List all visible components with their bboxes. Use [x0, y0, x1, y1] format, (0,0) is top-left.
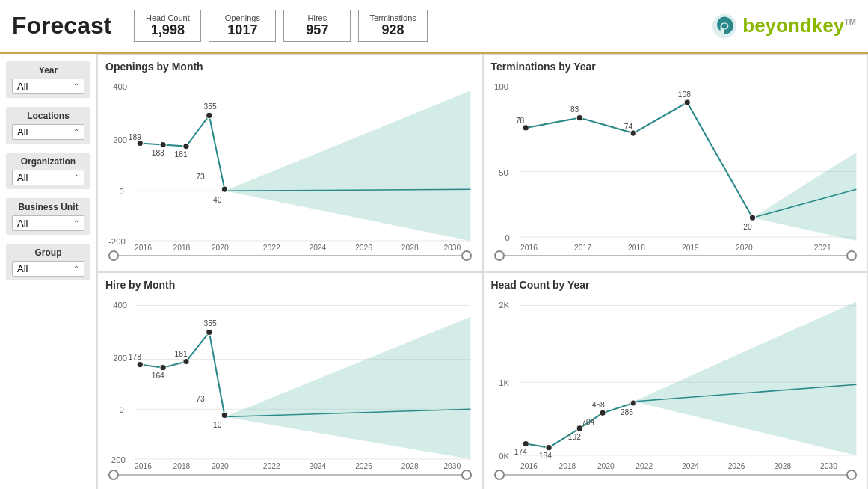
chart-openings-slider[interactable]	[105, 255, 475, 256]
charts-area: Openings by Month 400 200 0 -200 2016 20…	[97, 54, 868, 489]
svg-text:2028: 2028	[401, 463, 419, 471]
svg-text:73: 73	[196, 395, 205, 403]
logo: beyondkeyTM	[711, 13, 856, 40]
app-container: Forecast Head Count1,998Openings1017Hire…	[0, 0, 868, 489]
filter-value: All	[17, 172, 28, 183]
svg-text:183: 183	[152, 149, 164, 157]
svg-text:200: 200	[113, 354, 127, 363]
filter-group-year: Year All ⌃	[6, 61, 90, 98]
svg-point-47	[630, 130, 636, 136]
chart-terminations-title: Terminations by Year	[491, 61, 861, 73]
slider-hc-left-handle[interactable]	[494, 470, 505, 480]
svg-text:2016: 2016	[135, 244, 152, 252]
filter-select[interactable]: All ⌃	[12, 79, 84, 94]
filter-select[interactable]: All ⌃	[12, 215, 84, 231]
slider-right-handle[interactable]	[461, 250, 472, 261]
svg-text:-200: -200	[108, 237, 126, 246]
filter-label: Organization	[12, 156, 84, 167]
svg-text:73: 73	[196, 173, 205, 181]
svg-text:2020: 2020	[212, 463, 229, 471]
slider-hires-right-handle[interactable]	[461, 470, 472, 480]
svg-text:2026: 2026	[727, 463, 745, 471]
slider-hc-right-handle[interactable]	[846, 470, 857, 480]
filter-label: Business Unit	[12, 202, 84, 212]
filter-value: All	[17, 126, 28, 138]
slider-hires-left-handle[interactable]	[108, 470, 119, 480]
svg-text:2018: 2018	[173, 463, 190, 471]
svg-text:2026: 2026	[355, 463, 372, 471]
svg-point-48	[684, 99, 690, 105]
svg-text:2022: 2022	[263, 244, 280, 252]
svg-text:2022: 2022	[635, 463, 653, 471]
svg-text:10: 10	[213, 421, 222, 429]
svg-text:200: 200	[113, 135, 127, 144]
svg-text:2026: 2026	[355, 244, 372, 252]
svg-text:2024: 2024	[681, 463, 698, 471]
svg-text:20: 20	[743, 223, 752, 231]
logo-beyond: beyond	[742, 14, 811, 37]
svg-text:0K: 0K	[499, 452, 509, 461]
filter-group-business-unit: Business Unit All ⌃	[6, 198, 90, 235]
svg-text:0: 0	[505, 233, 509, 242]
slider-term-right-handle[interactable]	[846, 250, 857, 261]
chevron-down-icon: ⌃	[73, 219, 79, 227]
logo-text: beyondkeyTM	[742, 14, 856, 37]
svg-point-23	[206, 112, 212, 118]
svg-marker-43	[752, 153, 856, 241]
svg-text:0: 0	[120, 187, 124, 196]
slider-term-left-handle[interactable]	[494, 250, 505, 261]
svg-text:40: 40	[213, 196, 222, 204]
svg-text:2030: 2030	[443, 463, 461, 471]
svg-text:2017: 2017	[574, 244, 591, 252]
svg-text:100: 100	[494, 82, 508, 91]
svg-text:2016: 2016	[135, 463, 152, 471]
chevron-down-icon: ⌃	[73, 82, 79, 90]
svg-point-77	[221, 413, 227, 419]
svg-text:2022: 2022	[263, 463, 280, 471]
slider-left-handle[interactable]	[108, 250, 119, 261]
chevron-down-icon: ⌃	[73, 173, 79, 182]
chevron-down-icon: ⌃	[73, 265, 79, 273]
svg-text:2030: 2030	[820, 463, 837, 471]
header: Forecast Head Count1,998Openings1017Hire…	[0, 0, 868, 54]
filter-value: All	[17, 263, 28, 274]
chart-hires: Hire by Month 400 200 0 -200 2016 2018 2…	[97, 272, 483, 489]
stat-box-head-count: Head Count1,998	[134, 10, 201, 42]
filter-select[interactable]: All ⌃	[12, 124, 84, 140]
filter-label: Year	[12, 65, 84, 76]
svg-text:2020: 2020	[735, 244, 752, 252]
svg-text:2020: 2020	[597, 463, 614, 471]
svg-text:2021: 2021	[813, 244, 831, 252]
filter-label: Locations	[12, 111, 84, 121]
svg-text:400: 400	[113, 82, 127, 91]
filter-select[interactable]: All ⌃	[12, 261, 84, 277]
filter-label: Group	[12, 247, 84, 258]
chart-hires-slider[interactable]	[105, 474, 475, 476]
svg-text:189: 189	[129, 133, 141, 141]
page-title: Forecast	[12, 12, 111, 40]
filter-group-locations: Locations All ⌃	[6, 107, 90, 144]
chart-openings: Openings by Month 400 200 0 -200 2016 20…	[97, 54, 483, 272]
svg-text:50: 50	[499, 168, 508, 177]
chart-headcount: Head Count by Year 2K 1K 0K 2016 2018 20…	[483, 272, 869, 489]
svg-point-1	[722, 23, 727, 28]
logo-tm: TM	[844, 17, 856, 26]
filter-value: All	[17, 81, 28, 92]
stat-box-hires: Hires957	[283, 10, 351, 42]
svg-text:2K: 2K	[499, 301, 509, 310]
svg-point-75	[183, 359, 189, 365]
svg-text:2020: 2020	[212, 244, 229, 252]
svg-point-24	[221, 186, 227, 192]
svg-text:2030: 2030	[443, 244, 461, 252]
svg-text:74: 74	[624, 123, 632, 131]
logo-icon	[711, 13, 738, 40]
chart-headcount-slider[interactable]	[491, 474, 861, 476]
svg-text:1K: 1K	[499, 379, 509, 388]
svg-text:2028: 2028	[401, 244, 419, 252]
svg-text:181: 181	[175, 150, 188, 159]
chart-terminations-slider[interactable]	[491, 255, 861, 256]
filter-select[interactable]: All ⌃	[12, 170, 84, 185]
svg-point-45	[523, 125, 529, 131]
svg-text:2019: 2019	[681, 244, 698, 252]
svg-text:2024: 2024	[309, 244, 326, 252]
